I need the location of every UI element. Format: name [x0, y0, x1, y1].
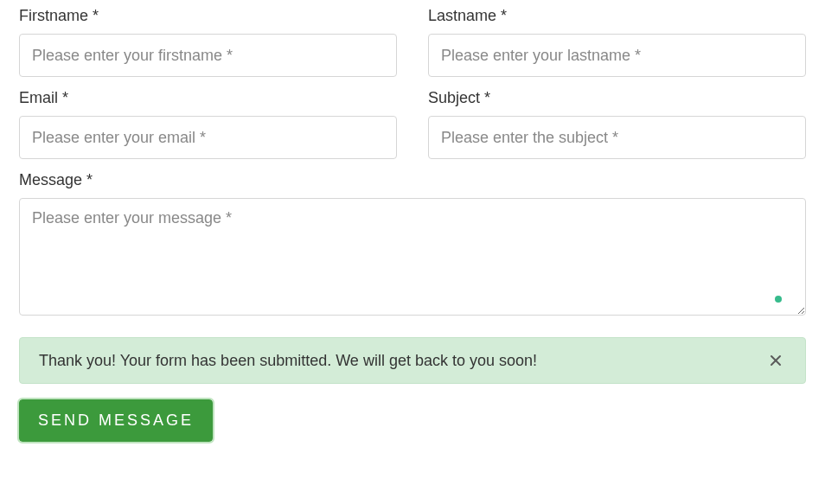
- lastname-label: Lastname *: [428, 7, 806, 25]
- message-group: Message *: [19, 171, 806, 320]
- lastname-input[interactable]: [428, 34, 806, 77]
- close-icon: [770, 354, 782, 367]
- contact-form: Firstname * Lastname * Email * Subject *…: [19, 7, 806, 442]
- firstname-input[interactable]: [19, 34, 397, 77]
- send-message-button[interactable]: SEND MESSAGE: [19, 399, 213, 442]
- firstname-label: Firstname *: [19, 7, 397, 25]
- subject-label: Subject *: [428, 89, 806, 107]
- subject-input[interactable]: [428, 116, 806, 159]
- message-textarea[interactable]: [19, 198, 806, 316]
- subject-group: Subject *: [428, 89, 806, 159]
- name-row: Firstname * Lastname *: [19, 7, 806, 77]
- alert-close-button[interactable]: [765, 350, 786, 371]
- email-input[interactable]: [19, 116, 397, 159]
- success-alert: Thank you! Your form has been submitted.…: [19, 337, 806, 384]
- status-indicator-dot: [775, 296, 782, 303]
- email-subject-row: Email * Subject *: [19, 89, 806, 159]
- textarea-wrapper: [19, 198, 806, 320]
- firstname-group: Firstname *: [19, 7, 397, 77]
- email-label: Email *: [19, 89, 397, 107]
- alert-message: Thank you! Your form has been submitted.…: [39, 352, 537, 370]
- email-group: Email *: [19, 89, 397, 159]
- message-label: Message *: [19, 171, 806, 189]
- lastname-group: Lastname *: [428, 7, 806, 77]
